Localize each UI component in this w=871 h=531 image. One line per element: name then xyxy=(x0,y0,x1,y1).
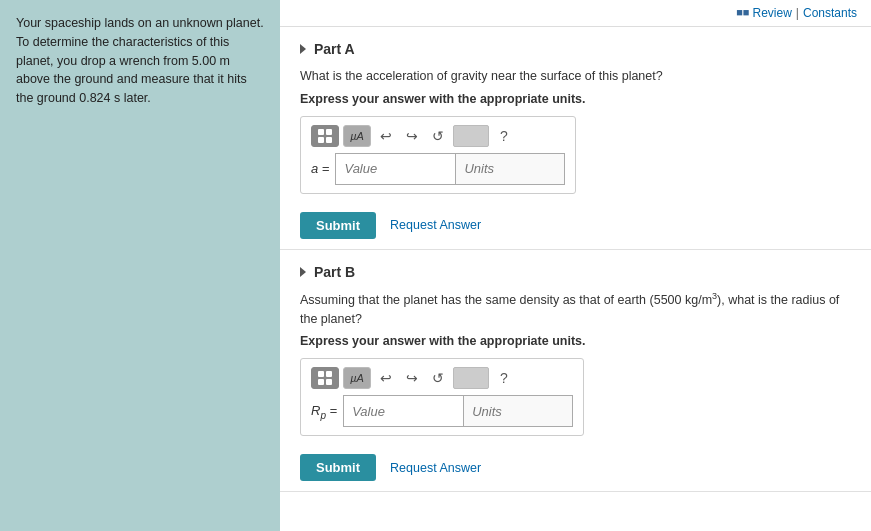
part-b-redo-button[interactable]: ↪ xyxy=(401,367,423,389)
constants-link[interactable]: Constants xyxy=(803,6,857,20)
part-a-value-input[interactable] xyxy=(335,153,455,185)
part-a-redo-button[interactable]: ↪ xyxy=(401,125,423,147)
part-a-rect-button[interactable] xyxy=(453,125,489,147)
part-a-request-link[interactable]: Request Answer xyxy=(390,218,481,232)
part-b-undo-button[interactable]: ↩ xyxy=(375,367,397,389)
part-b-arrow[interactable] xyxy=(300,267,306,277)
part-b-action-row: Submit Request Answer xyxy=(300,454,851,481)
part-b-header: Part B xyxy=(300,264,851,280)
part-b-label: Rp = xyxy=(311,403,337,421)
part-a-action-row: Submit Request Answer xyxy=(300,212,851,239)
review-link[interactable]: Review xyxy=(752,6,791,20)
part-a-ua-button[interactable]: µA xyxy=(343,125,371,147)
part-b-units-input[interactable] xyxy=(463,395,573,427)
part-a-toolbar: µA ↩ ↪ ↺ ? xyxy=(311,125,565,147)
grid-icon-b xyxy=(315,368,335,388)
part-a-answer-box: µA ↩ ↪ ↺ ? a = xyxy=(300,116,576,194)
part-b-input-row: Rp = xyxy=(311,395,573,427)
part-a-units-input[interactable] xyxy=(455,153,565,185)
part-a-question: What is the acceleration of gravity near… xyxy=(300,67,851,86)
part-b-toolbar: µA ↩ ↪ ↺ ? xyxy=(311,367,573,389)
part-a-label: a = xyxy=(311,161,329,176)
part-a-undo-button[interactable]: ↩ xyxy=(375,125,397,147)
part-a-refresh-button[interactable]: ↺ xyxy=(427,125,449,147)
review-icon: ■■ xyxy=(736,6,749,20)
problem-text: Your spaceship lands on an unknown plane… xyxy=(16,16,264,105)
part-b-title: Part B xyxy=(314,264,355,280)
part-b-request-link[interactable]: Request Answer xyxy=(390,461,481,475)
part-a-grid-button[interactable] xyxy=(311,125,339,147)
part-b-grid-button[interactable] xyxy=(311,367,339,389)
part-b-question: Assuming that the planet has the same de… xyxy=(300,290,851,329)
part-a-section: Part A What is the acceleration of gravi… xyxy=(280,27,871,250)
part-b-help-button[interactable]: ? xyxy=(493,367,515,389)
part-b-value-input[interactable] xyxy=(343,395,463,427)
top-bar: ■■ Review | Constants xyxy=(280,0,871,27)
part-b-submit-button[interactable]: Submit xyxy=(300,454,376,481)
problem-description: Your spaceship lands on an unknown plane… xyxy=(0,0,280,531)
part-a-help-button[interactable]: ? xyxy=(493,125,515,147)
part-b-rect-button[interactable] xyxy=(453,367,489,389)
part-a-input-row: a = xyxy=(311,153,565,185)
separator: | xyxy=(796,6,799,20)
part-a-instruction: Express your answer with the appropriate… xyxy=(300,92,851,106)
grid-icon xyxy=(315,126,335,146)
part-a-title: Part A xyxy=(314,41,355,57)
part-a-submit-button[interactable]: Submit xyxy=(300,212,376,239)
part-b-answer-box: µA ↩ ↪ ↺ ? Rp = xyxy=(300,358,584,436)
right-panel: ■■ Review | Constants Part A What is the… xyxy=(280,0,871,531)
part-b-section: Part B Assuming that the planet has the … xyxy=(280,250,871,493)
part-a-header: Part A xyxy=(300,41,851,57)
part-b-ua-button[interactable]: µA xyxy=(343,367,371,389)
part-a-arrow[interactable] xyxy=(300,44,306,54)
part-b-refresh-button[interactable]: ↺ xyxy=(427,367,449,389)
part-b-instruction: Express your answer with the appropriate… xyxy=(300,334,851,348)
